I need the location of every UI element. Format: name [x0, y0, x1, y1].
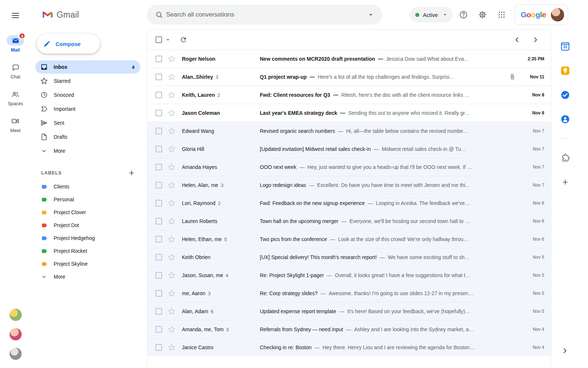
workspace-avatar-3[interactable] [10, 348, 22, 360]
label-item-more[interactable]: More [35, 270, 140, 283]
email-row[interactable]: Keith Obrien [UX] Special delivery! This… [147, 248, 551, 266]
star-icon[interactable] [168, 145, 175, 153]
search-input[interactable] [166, 11, 364, 18]
select-checkbox[interactable] [155, 164, 162, 170]
star-icon[interactable] [168, 127, 175, 135]
label-item-clients[interactable]: Clients [35, 180, 140, 193]
refresh-icon[interactable] [178, 34, 189, 46]
select-checkbox[interactable] [155, 272, 162, 279]
star-icon[interactable] [168, 73, 175, 81]
email-row[interactable]: Lauren Roberts Town hall on the upcoming… [147, 212, 551, 230]
workspace-avatar-2[interactable] [10, 328, 22, 340]
select-checkbox[interactable] [155, 110, 162, 116]
select-checkbox[interactable] [155, 236, 162, 243]
star-icon[interactable] [168, 181, 175, 189]
select-checkbox[interactable] [155, 92, 162, 98]
star-icon[interactable] [168, 109, 175, 117]
select-checkbox[interactable] [155, 182, 162, 188]
main-menu-icon[interactable] [7, 7, 24, 24]
label-item-project-skyline[interactable]: Project Skyline [35, 258, 140, 270]
label-item-personal[interactable]: Personal [35, 193, 140, 206]
sidebar-item-label: Important [54, 106, 135, 112]
sidebar-item-snoozed[interactable]: Snoozed [35, 88, 140, 102]
star-icon[interactable] [168, 272, 175, 279]
calendar-icon[interactable]: 31 [560, 41, 570, 52]
compose-button[interactable]: Compose [37, 34, 100, 54]
tasks-icon[interactable] [560, 90, 570, 100]
email-row[interactable]: Jason Coleman Last year's EMEA strategy … [147, 104, 551, 122]
get-add-ons-icon[interactable] [560, 177, 570, 187]
star-icon[interactable] [168, 55, 175, 63]
rail-item-chat[interactable]: Chat [2, 62, 29, 79]
star-icon[interactable] [168, 217, 175, 225]
sidebar-item-important[interactable]: Important [35, 102, 140, 116]
search-options-caret-icon[interactable] [364, 8, 378, 22]
settings-gear-icon[interactable] [474, 6, 491, 23]
profile-avatar[interactable] [551, 8, 564, 21]
workspace-avatar-1[interactable] [10, 309, 22, 321]
search-icon[interactable] [152, 8, 166, 22]
keep-icon[interactable] [560, 66, 570, 76]
star-icon[interactable] [168, 254, 175, 261]
sidebar-item-sent[interactable]: Sent [35, 116, 140, 130]
select-checkbox[interactable] [155, 326, 162, 333]
email-row[interactable]: Alan..Shirley3 Q1 project wrap-up — Here… [147, 68, 551, 86]
label-item-project-clover[interactable]: Project Clover [35, 206, 140, 219]
label-item-project-dot[interactable]: Project Dot [35, 219, 140, 231]
select-checkbox[interactable] [155, 254, 162, 261]
email-row[interactable]: Alan, Adam6 Updated expense report templ… [147, 302, 551, 320]
sidebar-item-starred[interactable]: Starred [35, 74, 140, 88]
status-selector[interactable]: Active [409, 7, 453, 22]
email-row[interactable]: Jason, Susan, me4 Re: Project Skylight 1… [147, 266, 551, 284]
create-label-button[interactable] [126, 168, 137, 178]
select-menu-caret-icon[interactable] [162, 34, 174, 46]
star-icon[interactable] [168, 236, 175, 243]
older-page-chevron-icon[interactable] [530, 34, 541, 46]
email-row[interactable]: Keith, Lauren2 Fwd: Client resources for… [147, 86, 551, 104]
google-account-box[interactable]: Google [514, 4, 568, 25]
email-row[interactable]: Janice Castro Checking in re: Boston — H… [147, 338, 551, 356]
help-icon[interactable] [455, 6, 472, 23]
star-icon[interactable] [168, 326, 175, 333]
email-row[interactable]: Gloria Hill [Updated invitation] Midwest… [147, 140, 551, 158]
newer-page-chevron-icon[interactable] [511, 34, 523, 46]
star-icon[interactable] [168, 163, 175, 171]
email-row[interactable]: Amanda, me, Tom3 Referrals from Sydney —… [147, 320, 551, 338]
email-row[interactable]: me, Aaron3 Re: Corp strategy slides? — A… [147, 284, 551, 302]
select-checkbox[interactable] [155, 290, 162, 297]
select-all-checkbox[interactable] [155, 36, 162, 43]
star-icon[interactable] [168, 344, 175, 351]
rail-item-meet[interactable]: Meet [2, 116, 29, 133]
star-icon[interactable] [168, 308, 175, 315]
rail-item-mail[interactable]: 4 Mail [2, 35, 29, 53]
extensions-icon[interactable] [560, 153, 570, 163]
email-row[interactable]: Roger Nelson New comments on MCR2020 dra… [147, 50, 551, 68]
email-row[interactable]: Helen, Ethan, me5 Two pics from the conf… [147, 230, 551, 248]
select-checkbox[interactable] [155, 56, 162, 62]
star-icon[interactable] [168, 91, 175, 99]
select-checkbox[interactable] [155, 218, 162, 224]
email-row[interactable]: Lori, Raymond2 Fwd: Feedback on the new … [147, 194, 551, 212]
select-checkbox[interactable] [155, 344, 162, 351]
select-checkbox[interactable] [155, 200, 162, 206]
show-side-panel-icon[interactable] [561, 347, 569, 355]
select-checkbox[interactable] [155, 74, 162, 80]
label-item-project-hedgehog[interactable]: Project Hedgehog [35, 232, 140, 244]
label-item-project-rocket[interactable]: Project Rocket [35, 245, 140, 257]
rail-item-spaces[interactable]: Spaces [2, 89, 29, 106]
select-checkbox[interactable] [155, 128, 162, 134]
sidebar-item-inbox[interactable]: Inbox 4 [35, 60, 140, 74]
email-snippet: Here's a list of all the top challenges … [318, 74, 455, 80]
search-bar[interactable] [147, 5, 382, 25]
email-row[interactable]: Amanda Hayes OOO next week — Hey, just w… [147, 158, 551, 176]
select-checkbox[interactable] [155, 146, 162, 152]
sidebar-item-drafts[interactable]: Drafts [35, 130, 140, 144]
sidebar-item-more[interactable]: More [35, 144, 140, 158]
email-row[interactable]: Edward Wang Revised organic search numbe… [147, 122, 551, 140]
contacts-icon[interactable] [560, 114, 570, 124]
star-icon[interactable] [168, 199, 175, 207]
select-checkbox[interactable] [155, 308, 162, 315]
google-apps-grid-icon[interactable] [493, 6, 510, 23]
email-row[interactable]: Helen, Alan, me3 Logo redesign ideas — E… [147, 176, 551, 194]
star-icon[interactable] [168, 290, 175, 297]
